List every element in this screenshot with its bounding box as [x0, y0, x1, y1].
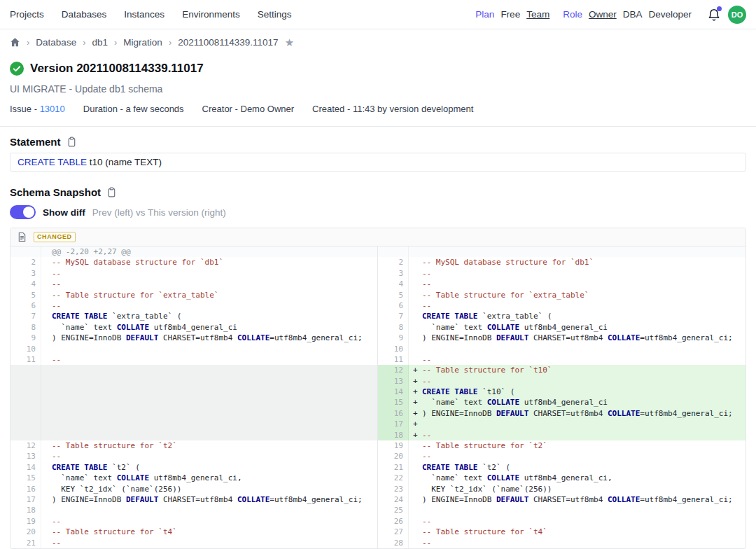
line-number — [10, 365, 41, 375]
copy-statement-icon[interactable] — [66, 137, 77, 147]
sql-comment: -- Table structure for `extra_table` — [422, 290, 589, 300]
diff-row: 15+ `name` text COLLATE utf8mb4_general_… — [378, 397, 746, 408]
notification-bell-icon[interactable] — [706, 7, 722, 22]
code-line: -- — [409, 516, 746, 527]
diff-row: 2-- MySQL database structure for `db1` — [378, 257, 746, 267]
nav-item-databases[interactable]: Databases — [62, 9, 107, 20]
sql-keyword: COLLATE — [487, 322, 519, 333]
diff-row: 20-- — [378, 451, 746, 461]
diff-prefix — [413, 279, 422, 289]
diff-row: 6-- — [10, 300, 377, 311]
success-check-icon — [10, 62, 24, 76]
snapshot-section-header: Schema Snapshot — [0, 172, 756, 203]
home-icon[interactable] — [10, 37, 20, 48]
breadcrumb-separator: › — [114, 37, 117, 48]
sql-comment: -- — [422, 516, 431, 527]
sql-keyword: COLLATE — [608, 333, 640, 343]
line-number: 26 — [378, 516, 409, 527]
diff-prefix — [413, 473, 422, 483]
breadcrumb-database[interactable]: Database — [36, 37, 76, 48]
avatar[interactable]: DO — [728, 6, 746, 24]
diff-row — [10, 419, 377, 429]
diff-row — [10, 408, 377, 419]
code-line: ) ENGINE=InnoDB DEFAULT CHARSET=utf8mb4 … — [41, 494, 377, 505]
line-number: 14 — [378, 387, 409, 397]
nav-item-projects[interactable]: Projects — [10, 9, 44, 20]
sql-text: `name` text — [422, 322, 487, 333]
code-line: +-- — [409, 376, 746, 387]
top-navigation: Projects Databases Instances Environment… — [0, 0, 756, 29]
nav-item-environments[interactable]: Environments — [182, 9, 240, 20]
sql-keyword: COLLATE — [117, 473, 149, 483]
code-line: +-- — [409, 430, 746, 440]
sql-comment: -- — [422, 376, 431, 387]
diff-row: 4-- — [378, 279, 746, 289]
code-line — [41, 387, 377, 397]
statement-heading: Statement — [10, 136, 61, 148]
copy-snapshot-icon[interactable] — [106, 187, 117, 197]
breadcrumb-version[interactable]: 20211008114339.11017 — [178, 37, 278, 48]
line-number: 17 — [10, 494, 41, 505]
code-line — [41, 344, 377, 354]
code-line: -- — [41, 279, 377, 289]
issue-link[interactable]: 13010 — [40, 104, 65, 114]
diff-pane-right[interactable]: 2-- MySQL database structure for `db1`3-… — [378, 246, 746, 548]
sql-keyword: DEFAULT — [496, 408, 528, 419]
line-number — [10, 387, 41, 397]
sql-text: `t2` ( — [477, 462, 510, 473]
diff-row: 18+-- — [378, 430, 746, 440]
sql-text: CHARSET=utf8mb4 — [528, 333, 608, 343]
toggle-knob — [23, 207, 34, 218]
breadcrumb: › Database › db1 › Migration › 202110081… — [0, 29, 756, 55]
diff-row: 3-- — [10, 268, 377, 279]
diff-prefix — [413, 322, 422, 333]
sql-text: ) ENGINE=InnoDB — [52, 333, 126, 343]
diff-row: 21CREATE TABLE `t2` ( — [378, 462, 746, 473]
code-line: -- Table structure for `t4` — [41, 527, 377, 537]
diff-pane-left[interactable]: @@ -2,20 +2,27 @@2-- MySQL database stru… — [10, 246, 378, 548]
diff-hint: Prev (left) vs This version (right) — [92, 207, 226, 218]
sql-comment: -- — [422, 538, 431, 548]
breadcrumb-db1[interactable]: db1 — [92, 37, 108, 48]
role-option-developer[interactable]: Developer — [648, 9, 692, 20]
meta-duration: Duration - a few seconds — [83, 104, 184, 114]
diff-row: 8 `name` text COLLATE utf8mb4_general_ci — [10, 322, 377, 333]
code-line: +-- Table structure for `t10` — [409, 365, 746, 375]
line-number: 10 — [10, 344, 41, 354]
sql-text: CHARSET=utf8mb4 — [528, 494, 608, 505]
line-number — [10, 397, 41, 408]
nav-item-settings[interactable]: Settings — [258, 9, 292, 20]
nav-item-instances[interactable]: Instances — [124, 9, 164, 20]
plan-team-link[interactable]: Team — [526, 9, 550, 20]
diff-prefix — [413, 268, 422, 279]
diff-row: 9) ENGINE=InnoDB DEFAULT CHARSET=utf8mb4… — [10, 333, 377, 343]
diff-row: 22 `name` text COLLATE utf8mb4_general_c… — [378, 473, 746, 483]
role-owner-link[interactable]: Owner — [589, 9, 617, 20]
breadcrumb-migration[interactable]: Migration — [123, 37, 162, 48]
breadcrumb-separator: › — [169, 37, 172, 48]
line-number: 20 — [378, 451, 409, 461]
show-diff-toggle[interactable] — [10, 205, 36, 219]
favorite-star-icon[interactable]: ★ — [285, 36, 294, 49]
line-number: 28 — [378, 538, 409, 548]
code-line: CREATE TABLE `t2` ( — [409, 462, 746, 473]
diff-row: 18 — [10, 505, 377, 515]
code-line: -- — [409, 354, 746, 365]
role-option-dba[interactable]: DBA — [623, 9, 643, 20]
sql-text: `t10` ( — [477, 387, 514, 397]
show-diff-label: Show diff — [43, 207, 85, 218]
code-line: `name` text COLLATE utf8mb4_general_ci, — [409, 473, 746, 483]
diff-prefix — [413, 451, 422, 461]
line-number: 12 — [378, 365, 409, 375]
sql-comment: -- Table structure for `t2` — [422, 440, 547, 451]
notification-dot — [717, 6, 722, 11]
diff-row: 12+-- Table structure for `t10` — [378, 365, 746, 375]
diff-row: 10 — [378, 344, 746, 354]
diff-row — [10, 430, 377, 440]
code-line: -- MySQL database structure for `db1` — [41, 257, 377, 267]
sql-comment: -- — [52, 268, 61, 279]
diff-prefix — [413, 462, 422, 473]
diff-row: 16 KEY `t2_idx` (`name`(256)) — [10, 484, 377, 494]
diff-prefix — [413, 311, 422, 321]
code-line — [409, 344, 746, 354]
